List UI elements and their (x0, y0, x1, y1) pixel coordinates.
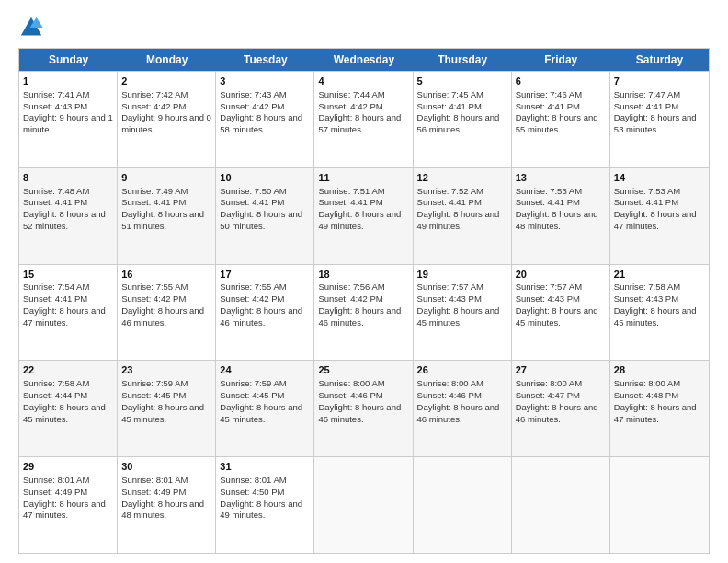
day-of-week-header: Saturday (610, 49, 709, 71)
day-of-week-header: Friday (512, 49, 610, 71)
calendar-cell (414, 457, 512, 553)
calendar-cell: 14Sunrise: 7:53 AM Sunset: 4:41 PM Dayli… (610, 168, 709, 264)
calendar-body: 1Sunrise: 7:41 AM Sunset: 4:43 PM Daylig… (19, 71, 709, 553)
day-number: 15 (23, 268, 113, 282)
day-number: 30 (121, 460, 211, 474)
calendar-cell: 10Sunrise: 7:50 AM Sunset: 4:41 PM Dayli… (216, 168, 314, 264)
day-number: 24 (220, 363, 310, 377)
day-number: 1 (23, 75, 113, 88)
calendar-row: 8Sunrise: 7:48 AM Sunset: 4:41 PM Daylig… (19, 167, 709, 264)
calendar-row: 29Sunrise: 8:01 AM Sunset: 4:49 PM Dayli… (19, 456, 709, 553)
day-number: 27 (516, 363, 606, 377)
logo-icon (18, 15, 44, 40)
logo (18, 15, 48, 40)
calendar-row: 15Sunrise: 7:54 AM Sunset: 4:41 PM Dayli… (19, 264, 709, 361)
day-number: 9 (121, 171, 211, 185)
calendar-cell: 6Sunrise: 7:46 AM Sunset: 4:41 PM Daylig… (512, 72, 610, 167)
day-number: 16 (121, 268, 211, 282)
calendar-cell: 30Sunrise: 8:01 AM Sunset: 4:49 PM Dayli… (118, 457, 216, 553)
calendar-cell: 23Sunrise: 7:59 AM Sunset: 4:45 PM Dayli… (118, 361, 216, 456)
day-number: 28 (614, 363, 705, 377)
calendar-cell: 9Sunrise: 7:49 AM Sunset: 4:41 PM Daylig… (118, 168, 216, 264)
day-of-week-header: Thursday (414, 49, 512, 71)
day-number: 19 (417, 268, 507, 282)
calendar-cell: 12Sunrise: 7:52 AM Sunset: 4:41 PM Dayli… (414, 168, 512, 264)
calendar-cell: 11Sunrise: 7:51 AM Sunset: 4:41 PM Dayli… (314, 168, 413, 264)
header (18, 15, 710, 40)
calendar-cell: 15Sunrise: 7:54 AM Sunset: 4:41 PM Dayli… (19, 265, 118, 361)
day-number: 14 (614, 171, 705, 185)
day-number: 2 (121, 75, 211, 88)
calendar-cell: 18Sunrise: 7:56 AM Sunset: 4:42 PM Dayli… (314, 265, 413, 361)
calendar-cell: 28Sunrise: 8:00 AM Sunset: 4:48 PM Dayli… (610, 361, 709, 456)
day-of-week-header: Wednesday (314, 49, 413, 71)
calendar-header: SundayMondayTuesdayWednesdayThursdayFrid… (19, 49, 709, 71)
calendar-cell: 17Sunrise: 7:55 AM Sunset: 4:42 PM Dayli… (216, 265, 314, 361)
calendar-cell (512, 457, 610, 553)
calendar-cell: 31Sunrise: 8:01 AM Sunset: 4:50 PM Dayli… (216, 457, 314, 553)
day-number: 21 (614, 268, 705, 282)
calendar-cell: 16Sunrise: 7:55 AM Sunset: 4:42 PM Dayli… (118, 265, 216, 361)
day-number: 4 (318, 75, 408, 88)
calendar-cell: 24Sunrise: 7:59 AM Sunset: 4:45 PM Dayli… (216, 361, 314, 456)
day-number: 7 (614, 75, 705, 88)
calendar-cell: 7Sunrise: 7:47 AM Sunset: 4:41 PM Daylig… (610, 72, 709, 167)
calendar-cell: 2Sunrise: 7:42 AM Sunset: 4:42 PM Daylig… (118, 72, 216, 167)
day-number: 18 (318, 268, 408, 282)
day-number: 6 (516, 75, 606, 88)
calendar-cell: 29Sunrise: 8:01 AM Sunset: 4:49 PM Dayli… (19, 457, 118, 553)
calendar-cell (314, 457, 413, 553)
day-number: 11 (318, 171, 408, 185)
calendar-cell: 25Sunrise: 8:00 AM Sunset: 4:46 PM Dayli… (314, 361, 413, 456)
calendar-cell: 1Sunrise: 7:41 AM Sunset: 4:43 PM Daylig… (19, 72, 118, 167)
calendar-cell: 4Sunrise: 7:44 AM Sunset: 4:42 PM Daylig… (314, 72, 413, 167)
day-number: 13 (516, 171, 606, 185)
page: SundayMondayTuesdayWednesdayThursdayFrid… (0, 0, 728, 563)
day-number: 8 (23, 171, 113, 185)
day-number: 12 (417, 171, 507, 185)
day-of-week-header: Sunday (19, 49, 118, 71)
day-number: 5 (417, 75, 507, 88)
calendar-cell: 21Sunrise: 7:58 AM Sunset: 4:43 PM Dayli… (610, 265, 709, 361)
day-number: 29 (23, 460, 113, 474)
day-number: 3 (220, 75, 310, 88)
day-number: 20 (516, 268, 606, 282)
day-number: 17 (220, 268, 310, 282)
calendar-cell: 20Sunrise: 7:57 AM Sunset: 4:43 PM Dayli… (512, 265, 610, 361)
calendar-cell: 27Sunrise: 8:00 AM Sunset: 4:47 PM Dayli… (512, 361, 610, 456)
day-number: 25 (318, 363, 408, 377)
day-number: 10 (220, 171, 310, 185)
calendar-cell (610, 457, 709, 553)
calendar-cell: 3Sunrise: 7:43 AM Sunset: 4:42 PM Daylig… (216, 72, 314, 167)
calendar-cell: 19Sunrise: 7:57 AM Sunset: 4:43 PM Dayli… (414, 265, 512, 361)
calendar: SundayMondayTuesdayWednesdayThursdayFrid… (18, 48, 710, 554)
day-of-week-header: Monday (118, 49, 216, 71)
calendar-row: 1Sunrise: 7:41 AM Sunset: 4:43 PM Daylig… (19, 71, 709, 167)
calendar-cell: 22Sunrise: 7:58 AM Sunset: 4:44 PM Dayli… (19, 361, 118, 456)
calendar-cell: 13Sunrise: 7:53 AM Sunset: 4:41 PM Dayli… (512, 168, 610, 264)
day-number: 22 (23, 363, 113, 377)
calendar-cell: 8Sunrise: 7:48 AM Sunset: 4:41 PM Daylig… (19, 168, 118, 264)
day-number: 23 (121, 363, 211, 377)
calendar-cell: 5Sunrise: 7:45 AM Sunset: 4:41 PM Daylig… (414, 72, 512, 167)
day-number: 31 (220, 460, 310, 474)
day-number: 26 (417, 363, 507, 377)
day-of-week-header: Tuesday (216, 49, 314, 71)
calendar-cell: 26Sunrise: 8:00 AM Sunset: 4:46 PM Dayli… (414, 361, 512, 456)
calendar-row: 22Sunrise: 7:58 AM Sunset: 4:44 PM Dayli… (19, 360, 709, 456)
